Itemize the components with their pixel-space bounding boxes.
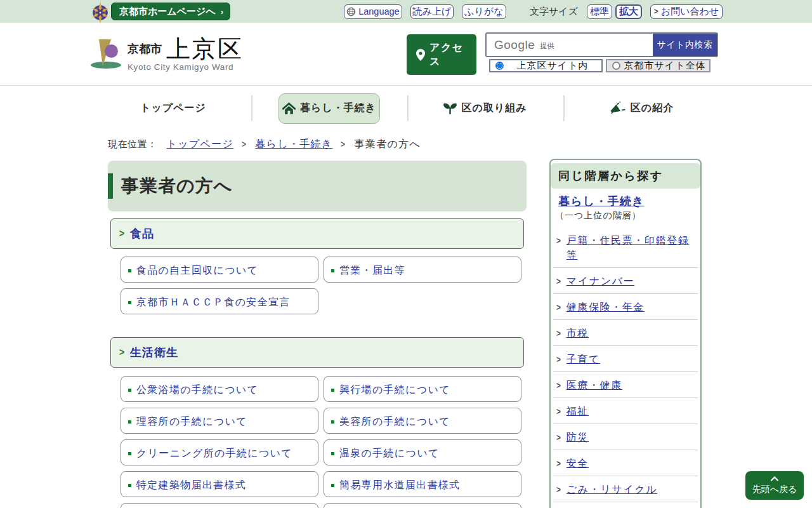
- svg-text:上京区: 上京区: [166, 36, 244, 62]
- svg-text:京都市: 京都市: [127, 43, 162, 55]
- svg-text:Kyoto City Kamigyo Ward: Kyoto City Kamigyo Ward: [128, 62, 233, 72]
